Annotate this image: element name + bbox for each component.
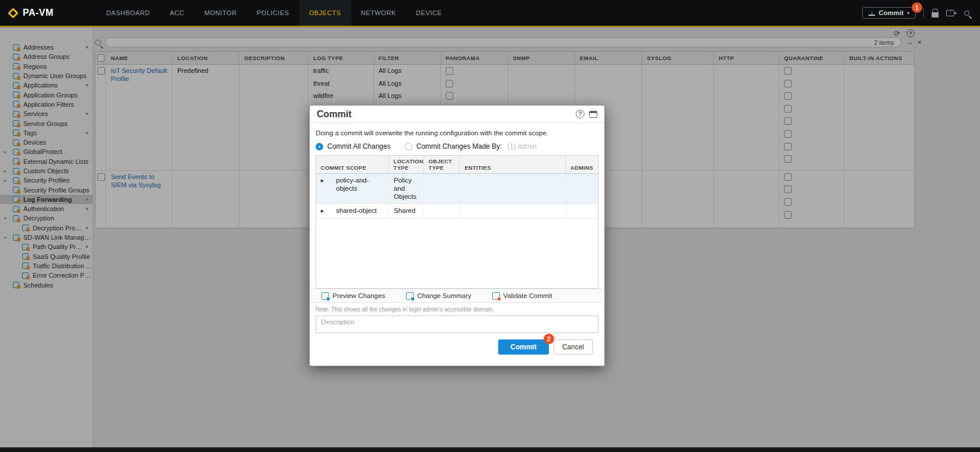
cancel-button[interactable]: Cancel [554,339,593,355]
commit-count-badge: 2 [544,334,554,344]
commit-menu-button[interactable]: Commit ▾ 1 [862,7,916,19]
link-label: Preview Changes [332,292,385,299]
tab-acc[interactable]: ACC [160,0,194,26]
dialog-body: Doing a commit will overwrite the runnin… [310,123,604,366]
link-label: Change Summary [417,292,471,299]
chevron-down-icon: ▾ [907,10,909,16]
radio-unselected-icon[interactable] [405,143,412,150]
col-location-type: LOCATION TYPE [389,156,424,173]
tab-policies[interactable]: POLICIES [247,0,299,26]
search-icon[interactable] [964,10,970,16]
scope-table-empty-area [316,219,598,288]
commit-icon [869,10,875,16]
commit-note: Note: This shows all the changes in logi… [316,303,598,316]
brand-name: PA-VM [23,8,54,18]
scope-rows: ▶ policy-and-objects Policy and Objects … [316,174,598,219]
commit-dialog: Commit ? Doing a commit will overwrite t… [309,105,605,366]
divider [923,8,924,17]
made-by-admin-value: (1) admin [507,142,537,150]
commit-button-label: Commit [510,343,537,351]
col-object-type: OBJECT TYPE [424,156,460,173]
preview-changes[interactable]: Preview Changes [316,292,385,300]
export-config-icon[interactable]: ↑▾ [946,10,957,16]
location-type-cell: Shared [389,204,424,218]
tab-objects[interactable]: OBJECTS [299,0,351,26]
admins-cell [566,204,598,218]
row-expander-icon[interactable]: ▶ [321,178,324,183]
radio-commit-changes-made-by[interactable]: Commit Changes Made By: (1) admin [405,142,537,150]
window-icon[interactable] [589,111,597,118]
dialog-header: Commit ? [310,106,604,123]
validate-commit[interactable]: Validate Commit [487,292,552,300]
scope-name: policy-and-objects [321,177,384,193]
col-entities: ENTITIES [460,156,565,173]
object-type-cell [424,174,460,204]
validate-commit-icon [492,292,500,300]
main-nav: DASHBOARDACCMONITORPOLICIESOBJECTSNETWOR… [96,0,452,26]
radio-selected-icon[interactable] [316,143,323,150]
tab-network[interactable]: NETWORK [351,0,406,26]
col-admins: ADMINS [566,156,598,173]
scope-name: shared-object [321,207,384,215]
tab-device[interactable]: DEVICE [406,0,452,26]
location-type-cell: Policy and Objects [389,174,424,204]
scope-row[interactable]: ▶ shared-object Shared [316,204,598,219]
link-label: Validate Commit [503,292,552,299]
brand: PA-VM [0,8,96,18]
tab-monitor[interactable]: MONITOR [194,0,247,26]
commit-scope-table: COMMIT SCOPE LOCATION TYPE OBJECT TYPE E… [316,155,598,289]
dialog-links-bar: Preview Changes Change Summary Validate … [310,289,604,303]
commit-intro-text: Doing a commit will overwrite the runnin… [316,129,598,136]
topbar-actions: Commit ▾ 1 ↑▾ [862,7,980,19]
paloalto-logo-icon [8,8,18,18]
change-summary[interactable]: Change Summary [400,292,471,300]
object-type-cell [424,204,460,218]
commit-scope-radios: Commit All Changes Commit Changes Made B… [316,142,598,150]
help-icon[interactable]: ? [576,110,584,118]
scope-row[interactable]: ▶ policy-and-objects Policy and Objects [316,174,598,204]
radio-label: Commit Changes Made By: [416,142,502,150]
tab-dashboard[interactable]: DASHBOARD [96,0,160,26]
preview-changes-icon [321,292,329,300]
admins-cell [566,174,598,204]
dialog-footer: Commit 2 Cancel [316,333,598,366]
change-summary-icon [406,292,414,300]
scope-table-header: COMMIT SCOPE LOCATION TYPE OBJECT TYPE E… [316,156,598,174]
config-lock-icon[interactable] [932,9,939,17]
description-input[interactable] [316,316,598,333]
commit-button[interactable]: Commit 2 [498,339,549,355]
entities-cell [460,204,566,218]
row-expander-icon[interactable]: ▶ [321,209,324,213]
top-bar: PA-VM DASHBOARDACCMONITORPOLICIESOBJECTS… [0,0,980,27]
commit-menu-label: Commit [878,9,904,16]
radio-commit-all-changes[interactable]: Commit All Changes [316,142,391,150]
radio-label: Commit All Changes [327,142,391,150]
dialog-title: Commit [317,109,352,120]
entities-cell [460,174,566,204]
col-commit-scope: COMMIT SCOPE [316,156,389,173]
pending-changes-badge: 1 [912,2,922,13]
